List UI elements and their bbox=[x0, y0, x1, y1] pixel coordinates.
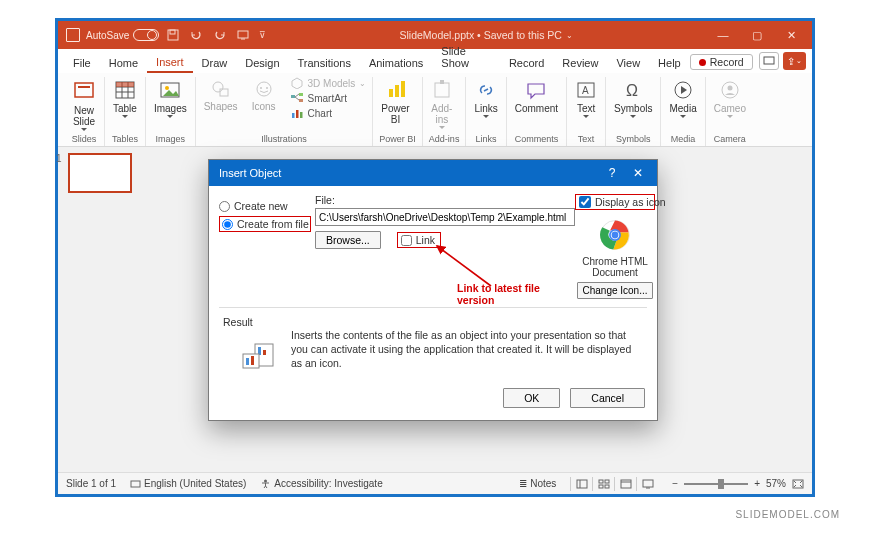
comment-button[interactable]: Comment bbox=[513, 77, 560, 116]
svg-rect-56 bbox=[599, 485, 603, 488]
link-checkbox[interactable]: Link bbox=[397, 232, 441, 248]
record-button[interactable]: Record bbox=[690, 54, 753, 70]
file-label: File: bbox=[315, 194, 575, 206]
svg-rect-5 bbox=[78, 86, 90, 88]
zoom-out-icon[interactable]: − bbox=[672, 478, 678, 489]
chrome-icon bbox=[598, 218, 632, 252]
normal-view-button[interactable] bbox=[570, 477, 592, 491]
tab-file[interactable]: File bbox=[64, 53, 100, 73]
links-button[interactable]: Links bbox=[472, 77, 499, 116]
minimize-button[interactable]: — bbox=[706, 21, 740, 49]
autosave-toggle[interactable]: AutoSave bbox=[86, 29, 159, 41]
svg-line-39 bbox=[437, 246, 491, 286]
qat-overflow-icon[interactable]: ⊽ bbox=[259, 30, 266, 40]
dialog-close-button[interactable]: ✕ bbox=[625, 166, 651, 180]
zoom-in-icon[interactable]: + bbox=[754, 478, 760, 489]
ok-button[interactable]: OK bbox=[503, 388, 560, 408]
svg-point-51 bbox=[264, 480, 267, 483]
annotation-text: Link to latest file version bbox=[457, 282, 575, 306]
svg-rect-25 bbox=[296, 110, 299, 118]
icons-button[interactable]: Icons bbox=[250, 77, 278, 114]
zoom-value[interactable]: 57% bbox=[766, 478, 786, 489]
images-button[interactable]: Images bbox=[152, 77, 189, 116]
undo-icon[interactable] bbox=[189, 29, 203, 41]
group-addins: Add-ins bbox=[429, 132, 460, 146]
symbols-button[interactable]: Ω Symbols bbox=[612, 77, 654, 116]
powerbi-button[interactable]: Power BI bbox=[379, 77, 411, 127]
file-path-input[interactable] bbox=[315, 208, 575, 226]
share-button[interactable]: ⇪⌄ bbox=[783, 52, 806, 70]
toggle-icon[interactable] bbox=[133, 29, 159, 41]
svg-rect-3 bbox=[764, 57, 774, 64]
shapes-button[interactable]: Shapes bbox=[202, 77, 240, 114]
svg-rect-24 bbox=[292, 113, 295, 118]
redo-icon[interactable] bbox=[213, 29, 227, 41]
tab-design[interactable]: Design bbox=[236, 53, 288, 73]
media-button[interactable]: Media bbox=[667, 77, 698, 116]
present-button[interactable] bbox=[759, 52, 779, 70]
group-camera: Camera bbox=[712, 132, 748, 146]
smartart-button[interactable]: SmartArt bbox=[290, 92, 367, 104]
tab-record[interactable]: Record bbox=[500, 53, 553, 73]
close-button[interactable]: ✕ bbox=[774, 21, 808, 49]
accessibility-status[interactable]: Accessibility: Investigate bbox=[260, 478, 382, 489]
change-icon-button[interactable]: Change Icon... bbox=[577, 282, 652, 299]
cameo-button[interactable]: Cameo bbox=[712, 77, 748, 116]
document-title[interactable]: SlideModel.pptx • Saved to this PC ⌄ bbox=[266, 29, 706, 41]
autosave-label: AutoSave bbox=[86, 30, 129, 41]
view-buttons bbox=[570, 477, 658, 491]
tab-transitions[interactable]: Transitions bbox=[289, 53, 360, 73]
slide-count[interactable]: Slide 1 of 1 bbox=[66, 478, 116, 489]
insert-object-dialog: Insert Object ? ✕ Create new Create from… bbox=[208, 159, 658, 421]
language-status[interactable]: English (United States) bbox=[130, 478, 246, 489]
slide-thumbnail-1[interactable] bbox=[68, 153, 132, 193]
new-slide-button[interactable]: New Slide bbox=[70, 77, 98, 129]
dialog-titlebar[interactable]: Insert Object ? ✕ bbox=[209, 160, 657, 186]
fit-window-icon[interactable] bbox=[792, 479, 804, 489]
svg-rect-58 bbox=[621, 480, 631, 488]
svg-rect-20 bbox=[299, 93, 303, 96]
3d-models-button[interactable]: 3D Models ⌄ bbox=[290, 77, 367, 89]
svg-text:Ω: Ω bbox=[626, 82, 638, 99]
group-slides: Slides bbox=[70, 132, 98, 146]
tab-draw[interactable]: Draw bbox=[193, 53, 237, 73]
tab-help[interactable]: Help bbox=[649, 53, 690, 73]
chart-button[interactable]: Chart bbox=[290, 107, 367, 119]
svg-rect-46 bbox=[263, 350, 266, 355]
dialog-help-button[interactable]: ? bbox=[599, 166, 625, 180]
tab-view[interactable]: View bbox=[607, 53, 649, 73]
tab-insert[interactable]: Insert bbox=[147, 52, 193, 73]
svg-point-43 bbox=[612, 232, 619, 239]
display-as-icon-checkbox[interactable]: Display as icon bbox=[575, 194, 655, 210]
create-new-radio[interactable]: Create new bbox=[219, 200, 311, 212]
svg-line-23 bbox=[295, 97, 299, 100]
zoom-control[interactable]: − + 57% bbox=[672, 478, 804, 489]
save-icon[interactable] bbox=[167, 29, 179, 41]
quick-access-toolbar: ⊽ bbox=[167, 29, 266, 41]
tab-review[interactable]: Review bbox=[553, 53, 607, 73]
svg-rect-49 bbox=[251, 356, 254, 365]
slideshow-view-button[interactable] bbox=[636, 477, 658, 491]
reading-view-button[interactable] bbox=[614, 477, 636, 491]
svg-rect-28 bbox=[395, 85, 399, 97]
browse-button[interactable]: Browse... bbox=[315, 231, 381, 249]
record-dot-icon bbox=[699, 59, 706, 66]
cancel-button[interactable]: Cancel bbox=[570, 388, 645, 408]
notes-button[interactable]: ≣ Notes bbox=[519, 478, 556, 489]
tab-home[interactable]: Home bbox=[100, 53, 147, 73]
svg-rect-2 bbox=[238, 31, 248, 38]
table-button[interactable]: Table bbox=[111, 77, 139, 116]
slideshow-icon[interactable] bbox=[237, 29, 249, 41]
create-from-file-radio[interactable]: Create from file bbox=[219, 216, 311, 232]
maximize-button[interactable]: ▢ bbox=[740, 21, 774, 49]
text-button[interactable]: A Text bbox=[573, 77, 599, 116]
tab-slideshow[interactable]: Slide Show bbox=[432, 41, 500, 73]
zoom-slider[interactable] bbox=[684, 483, 748, 485]
sorter-view-button[interactable] bbox=[592, 477, 614, 491]
addins-button[interactable]: Add- ins bbox=[429, 77, 455, 127]
svg-rect-60 bbox=[643, 480, 653, 487]
status-bar: Slide 1 of 1 English (United States) Acc… bbox=[58, 472, 812, 494]
tab-animations[interactable]: Animations bbox=[360, 53, 432, 73]
group-text: Text bbox=[573, 132, 599, 146]
group-comments: Comments bbox=[513, 132, 560, 146]
